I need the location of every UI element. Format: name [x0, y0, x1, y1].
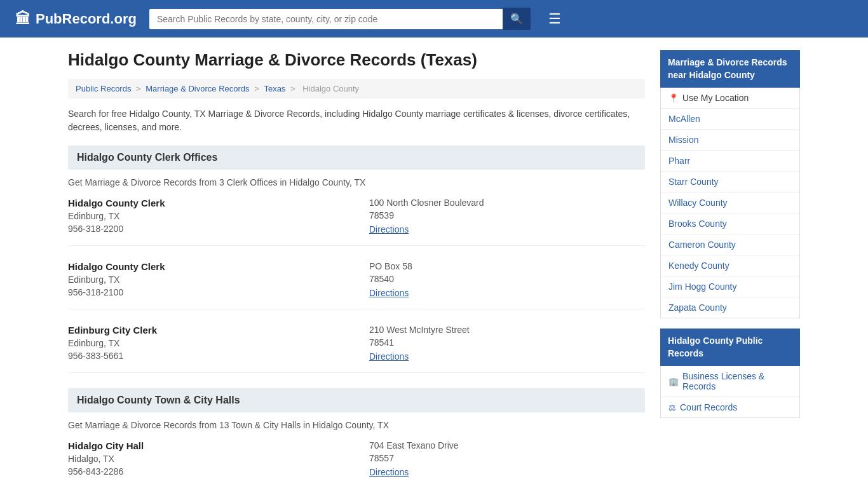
- sidebar-brooks-county-label: Brooks County: [668, 219, 727, 229]
- clerk-office-1-left: Hidalgo County Clerk Edinburg, TX 956-31…: [68, 198, 344, 235]
- sidebar-item-mcallen[interactable]: McAllen: [661, 109, 799, 130]
- main-container: Hidalgo County Marriage & Divorce Record…: [53, 37, 815, 488]
- clerk-office-2-zip: 78540: [369, 274, 645, 284]
- cityhall-1-name: Hidalgo City Hall: [68, 440, 344, 451]
- content-area: Hidalgo County Marriage & Divorce Record…: [68, 50, 645, 488]
- cityhall-section-header: Hidalgo County Town & City Halls: [68, 388, 645, 412]
- clerk-office-3-zip: 78541: [369, 337, 645, 348]
- clerk-office-2-right: PO Box 58 78540 Directions: [344, 261, 645, 299]
- cityhall-1-address: 704 East Texano Drive: [369, 440, 645, 451]
- sidebar-item-business-licenses[interactable]: 🏢 Business Licenses & Records: [661, 366, 799, 397]
- sidebar-item-kenedy-county[interactable]: Kenedy County: [661, 255, 799, 276]
- sidebar-use-location-label: Use My Location: [682, 93, 749, 103]
- sidebar-item-starr-county[interactable]: Starr County: [661, 172, 799, 193]
- sidebar-cameron-county-label: Cameron County: [668, 240, 736, 250]
- clerk-office-2-address: PO Box 58: [369, 261, 645, 271]
- breadcrumb-public-records[interactable]: Public Records: [76, 84, 131, 93]
- breadcrumb-sep-2: >: [254, 84, 261, 93]
- breadcrumb-sep-1: >: [136, 84, 143, 93]
- search-input[interactable]: [149, 9, 503, 29]
- page-title: Hidalgo County Marriage & Divorce Record…: [68, 50, 645, 70]
- clerk-section-header: Hidalgo County Clerk Offices: [68, 146, 645, 170]
- clerk-office-3-name: Edinburg City Clerk: [68, 325, 344, 336]
- clerk-office-2: Hidalgo County Clerk Edinburg, TX 956-31…: [68, 261, 645, 309]
- menu-button[interactable]: ☰: [548, 11, 561, 27]
- clerk-office-3-directions[interactable]: Directions: [369, 351, 409, 362]
- sidebar-nearby-list: 📍 Use My Location McAllen Mission Pharr …: [660, 88, 800, 318]
- logo-text: PubRecord.org: [36, 11, 137, 27]
- sidebar-mcallen-label: McAllen: [668, 114, 700, 124]
- clerk-office-3: Edinburg City Clerk Edinburg, TX 956-383…: [68, 325, 645, 373]
- clerk-office-3-address: 210 West McIntyre Street: [369, 325, 645, 335]
- clerk-office-3-left: Edinburg City Clerk Edinburg, TX 956-383…: [68, 325, 344, 362]
- clerk-office-2-name: Hidalgo County Clerk: [68, 261, 344, 272]
- clerk-office-1-phone: 956-318-2200: [68, 224, 344, 234]
- sidebar-nearby-section: Marriage & Divorce Records near Hidalgo …: [660, 50, 800, 318]
- cityhall-1-directions[interactable]: Directions: [369, 467, 409, 477]
- court-icon: ⚖: [668, 403, 676, 412]
- location-icon: 📍: [668, 93, 679, 103]
- sidebar-kenedy-county-label: Kenedy County: [668, 261, 729, 271]
- logo[interactable]: 🏛 PubRecord.org: [15, 10, 137, 28]
- clerk-section-desc: Get Marriage & Divorce Records from 3 Cl…: [68, 177, 645, 187]
- breadcrumb-marriage-records[interactable]: Marriage & Divorce Records: [146, 84, 249, 93]
- clerk-office-2-left: Hidalgo County Clerk Edinburg, TX 956-31…: [68, 261, 344, 299]
- sidebar-business-licenses-label: Business Licenses & Records: [682, 371, 792, 391]
- sidebar-public-records-title: Hidalgo County Public Records: [660, 329, 800, 366]
- cityhall-1-phone: 956-843-2286: [68, 466, 344, 477]
- business-icon: 🏢: [668, 377, 679, 386]
- sidebar-starr-county-label: Starr County: [668, 177, 719, 187]
- clerk-office-3-right: 210 West McIntyre Street 78541 Direction…: [344, 325, 645, 362]
- cityhall-1-right: 704 East Texano Drive 78557 Directions: [344, 440, 645, 478]
- sidebar-zapata-county-label: Zapata County: [668, 302, 727, 313]
- sidebar-item-willacy-county[interactable]: Willacy County: [661, 193, 799, 214]
- clerk-office-1: Hidalgo County Clerk Edinburg, TX 956-31…: [68, 198, 645, 246]
- clerk-office-1-directions[interactable]: Directions: [369, 224, 409, 234]
- logo-icon: 🏛: [15, 10, 31, 28]
- sidebar-nearby-title: Marriage & Divorce Records near Hidalgo …: [660, 50, 800, 88]
- clerk-office-1-address: 100 North Closner Boulevard: [369, 198, 645, 208]
- clerk-office-3-city: Edinburg, TX: [68, 338, 344, 348]
- cityhall-1: Hidalgo City Hall Hidalgo, TX 956-843-22…: [68, 440, 645, 488]
- header: 🏛 PubRecord.org 🔍 ☰: [0, 0, 868, 37]
- clerk-office-1-name: Hidalgo County Clerk: [68, 198, 344, 208]
- sidebar-use-location[interactable]: 📍 Use My Location: [661, 88, 799, 109]
- sidebar-item-jim-hogg-county[interactable]: Jim Hogg County: [661, 276, 799, 297]
- sidebar-item-court-records[interactable]: ⚖ Court Records: [661, 397, 799, 417]
- sidebar-jim-hogg-county-label: Jim Hogg County: [668, 281, 736, 292]
- cityhall-1-city: Hidalgo, TX: [68, 454, 344, 464]
- sidebar-court-records-label: Court Records: [680, 402, 737, 412]
- breadcrumb-hidalgo: Hidalgo County: [302, 84, 359, 93]
- search-area: 🔍: [149, 8, 531, 30]
- cityhall-1-zip: 78557: [369, 453, 645, 463]
- sidebar-public-records-section: Hidalgo County Public Records 🏢 Business…: [660, 329, 800, 418]
- breadcrumb: Public Records > Marriage & Divorce Reco…: [68, 79, 645, 98]
- sidebar-item-mission[interactable]: Mission: [661, 130, 799, 151]
- sidebar-pharr-label: Pharr: [668, 156, 690, 166]
- clerk-office-1-zip: 78539: [369, 210, 645, 220]
- sidebar-willacy-county-label: Willacy County: [668, 198, 728, 208]
- breadcrumb-texas[interactable]: Texas: [264, 84, 285, 93]
- clerk-office-2-city: Edinburg, TX: [68, 274, 344, 285]
- page-description: Search for free Hidalgo County, TX Marri…: [68, 107, 645, 134]
- cityhall-1-left: Hidalgo City Hall Hidalgo, TX 956-843-22…: [68, 440, 344, 478]
- sidebar-item-cameron-county[interactable]: Cameron County: [661, 234, 799, 255]
- sidebar-mission-label: Mission: [668, 135, 698, 145]
- clerk-office-2-phone: 956-318-2100: [68, 287, 344, 297]
- breadcrumb-sep-3: >: [290, 84, 297, 93]
- sidebar-item-brooks-county[interactable]: Brooks County: [661, 214, 799, 234]
- clerk-office-3-phone: 956-383-5661: [68, 351, 344, 361]
- sidebar-public-records-list: 🏢 Business Licenses & Records ⚖ Court Re…: [660, 366, 800, 418]
- clerk-office-2-directions[interactable]: Directions: [369, 288, 409, 298]
- clerk-office-1-right: 100 North Closner Boulevard 78539 Direct…: [344, 198, 645, 235]
- cityhall-section-desc: Get Marriage & Divorce Records from 13 T…: [68, 420, 645, 430]
- sidebar: Marriage & Divorce Records near Hidalgo …: [660, 50, 800, 488]
- clerk-office-1-city: Edinburg, TX: [68, 211, 344, 221]
- sidebar-item-pharr[interactable]: Pharr: [661, 151, 799, 172]
- sidebar-item-zapata-county[interactable]: Zapata County: [661, 297, 799, 318]
- search-button[interactable]: 🔍: [503, 8, 531, 30]
